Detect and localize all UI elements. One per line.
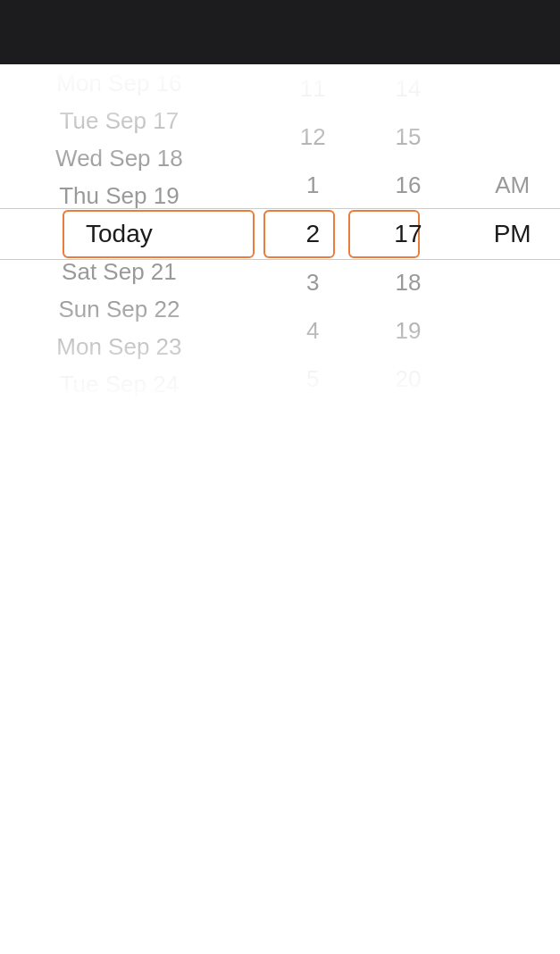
header: [0, 0, 560, 64]
hour-item[interactable]: 12: [265, 113, 361, 161]
ampm-item-selected[interactable]: PM: [464, 210, 560, 258]
ampm-column[interactable]: AM PM: [456, 64, 560, 404]
minute-item-selected[interactable]: 17: [361, 210, 456, 258]
hour-column[interactable]: 11 12 1 2 3 4 5: [265, 64, 361, 404]
minute-item[interactable]: 14: [361, 64, 456, 113]
content-area: [0, 404, 560, 954]
date-time-picker[interactable]: Mon Sep 16 Tue Sep 17 Wed Sep 18 Thu Sep…: [0, 64, 560, 404]
minute-item[interactable]: 16: [361, 162, 456, 210]
date-item[interactable]: Mon Sep 23: [0, 329, 238, 366]
minute-column[interactable]: 14 15 16 17 18 19 20: [361, 64, 456, 404]
hour-item[interactable]: 3: [265, 258, 361, 306]
date-item[interactable]: Thu Sep 19: [0, 178, 238, 215]
minute-item[interactable]: 15: [361, 113, 456, 161]
hour-item-selected[interactable]: 2: [265, 210, 361, 258]
date-column[interactable]: Mon Sep 16 Tue Sep 17 Wed Sep 18 Thu Sep…: [0, 64, 265, 404]
hour-item[interactable]: 11: [265, 64, 361, 113]
ampm-item[interactable]: AM: [464, 162, 560, 210]
date-item[interactable]: Wed Sep 18: [0, 139, 238, 177]
hour-item[interactable]: 4: [265, 306, 361, 355]
date-item-selected[interactable]: Today: [0, 215, 238, 253]
hour-item[interactable]: 1: [265, 162, 361, 210]
picker-columns: Mon Sep 16 Tue Sep 17 Wed Sep 18 Thu Sep…: [0, 64, 560, 404]
hour-item[interactable]: 5: [265, 356, 361, 404]
minute-item[interactable]: 18: [361, 258, 456, 306]
date-item[interactable]: Tue Sep 24: [0, 366, 238, 404]
minute-item[interactable]: 20: [361, 356, 456, 404]
minute-item[interactable]: 19: [361, 306, 456, 355]
date-item[interactable]: Mon Sep 16: [0, 64, 238, 102]
date-item[interactable]: Sun Sep 22: [0, 290, 238, 328]
date-item[interactable]: Sat Sep 21: [0, 253, 238, 290]
date-item[interactable]: Tue Sep 17: [0, 102, 238, 139]
